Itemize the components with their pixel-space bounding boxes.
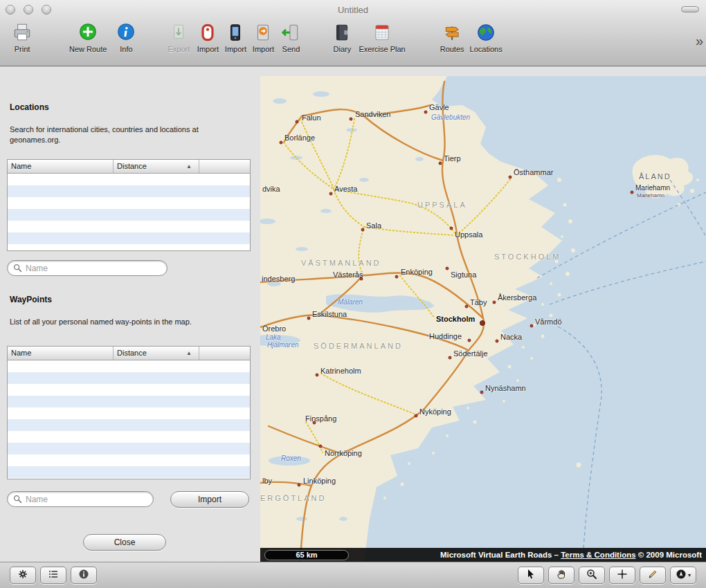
- diary-icon: [331, 21, 353, 44]
- waypoints-table-body[interactable]: [8, 360, 250, 479]
- map-label-finsp-ng: Finspång: [305, 414, 336, 423]
- search-icon: [13, 495, 22, 504]
- toolbar-item-label: Send: [282, 45, 300, 53]
- import-button[interactable]: Import: [170, 491, 249, 508]
- info-icon: [115, 21, 137, 44]
- map-city-dot-kersberga: [493, 301, 496, 304]
- column-header-extra[interactable]: [199, 347, 250, 360]
- map-city-dot-s-dert-lje: [449, 356, 452, 360]
- map-label-tierp: Tierp: [444, 154, 461, 163]
- magnifier-icon: [586, 569, 597, 582]
- locations-search-input[interactable]: [26, 264, 161, 273]
- map-label-sala: Sala: [366, 221, 381, 230]
- map-label-link-ping: Linköping: [303, 477, 336, 485]
- center-tool-button[interactable]: [609, 567, 635, 584]
- map-label-huddinge: Huddinge: [429, 332, 462, 340]
- import-phone-icon: [224, 21, 246, 44]
- map-city-dot-uppsala: [450, 227, 453, 230]
- map-scale-indicator: 65 km: [264, 550, 349, 560]
- toolbar-item-label: New Route: [69, 45, 107, 53]
- map-label-land: ÅLAND: [639, 172, 671, 181]
- compass-tool-button[interactable]: ▾: [670, 567, 696, 584]
- close-button[interactable]: Close: [83, 534, 166, 551]
- sidebar: Locations Search for international citie…: [0, 66, 260, 562]
- minimize-window-button[interactable]: [24, 5, 33, 15]
- waypoints-search-field[interactable]: [7, 491, 154, 507]
- toolbar-item-exercise-plan-9[interactable]: Exercise Plan: [359, 21, 405, 53]
- map-city-dot-mariehamn: [631, 191, 634, 194]
- toolbar-item-routes-10[interactable]: Routes: [440, 21, 464, 53]
- send-icon: [280, 21, 302, 44]
- map-label-avesta: Avesta: [334, 185, 357, 193]
- column-header-name[interactable]: Name: [8, 160, 114, 173]
- action-gear-button[interactable]: [10, 567, 36, 584]
- list-view-button[interactable]: [40, 567, 66, 584]
- search-icon: [13, 264, 22, 273]
- locations-icon: [475, 21, 497, 44]
- locations-section-title: Locations: [10, 102, 49, 112]
- toolbar-toggle-button[interactable]: [681, 6, 699, 12]
- list-icon: [48, 569, 59, 582]
- map-city-dot-tierp: [439, 162, 442, 165]
- column-header-distance[interactable]: Distance▲: [114, 160, 199, 173]
- map-label-nyk-ping: Nyköping: [419, 407, 451, 416]
- map-city-dot-nacka: [496, 340, 499, 343]
- routes-icon: [441, 21, 463, 44]
- close-window-button[interactable]: [6, 5, 15, 15]
- dropdown-arrow-icon: ▾: [688, 572, 691, 578]
- toolbar-item-locations-11[interactable]: Locations: [470, 21, 503, 53]
- map-area: FalunSandvikenGävleGävlebuktenBorlängeTi…: [260, 66, 706, 562]
- toolbar-item-new-route-1[interactable]: New Route: [69, 21, 107, 53]
- toolbar-item-export-3[interactable]: Export: [168, 21, 190, 53]
- select-tool-button[interactable]: [518, 567, 544, 584]
- map-label-stockholm: STOCKHOLM: [494, 252, 561, 261]
- column-header-distance[interactable]: Distance▲: [114, 347, 199, 360]
- toolbar-item-import-5[interactable]: Import: [224, 21, 246, 53]
- map-city-dot-nyk-ping: [415, 414, 418, 418]
- terms-and-conditions-link[interactable]: Terms & Conditions: [561, 551, 635, 559]
- map-city-dot-nyn-shamn: [480, 391, 484, 394]
- main-toolbar: PrintNew RouteInfoExportImportImportImpo…: [0, 19, 706, 66]
- map-label-mariehamn: Mariehamn: [635, 184, 670, 192]
- pan-tool-button[interactable]: [548, 567, 574, 584]
- exercise-plan-icon: [371, 21, 393, 44]
- toolbar-item-label: Routes: [440, 45, 464, 53]
- toolbar-item-import-4[interactable]: Import: [197, 21, 219, 53]
- map-label-v-ster-s: Västerås: [333, 270, 363, 279]
- waypoints-table-header[interactable]: Name Distance▲: [8, 347, 250, 360]
- toolbar-item-import-6[interactable]: Import: [252, 21, 274, 53]
- waypoints-section-title: WayPoints: [10, 295, 52, 304]
- column-header-name[interactable]: Name: [8, 347, 114, 360]
- toolbar-item-info-2[interactable]: Info: [115, 21, 137, 53]
- new-route-icon: [77, 21, 99, 44]
- zoom-tool-button[interactable]: [579, 567, 605, 584]
- map-city-dot-t-by: [465, 305, 469, 309]
- map-city-dot-sigtuna: [446, 267, 449, 270]
- locations-table-header[interactable]: Name Distance▲: [8, 160, 250, 174]
- map-label-v-stmanland: VÄSTMANLAND: [301, 259, 381, 267]
- info-panel-button[interactable]: [71, 567, 97, 584]
- content-area: Locations Search for international citie…: [0, 66, 706, 562]
- locations-table-body[interactable]: [8, 174, 250, 250]
- map-label-lby: lby: [262, 477, 272, 485]
- locations-search-field[interactable]: [7, 260, 168, 276]
- toolbar-item-diary-8[interactable]: Diary: [331, 21, 353, 53]
- waypoints-search-input[interactable]: [26, 495, 147, 504]
- map-label-t-by: Täby: [470, 298, 487, 306]
- map-label-katrineholm: Katrineholm: [320, 367, 361, 375]
- map-canvas[interactable]: FalunSandvikenGävleGävlebuktenBorlängeTi…: [260, 76, 706, 562]
- map-label-stockholm: Stockholm: [436, 315, 475, 323]
- zoom-window-button[interactable]: [42, 5, 51, 15]
- draw-tool-button[interactable]: [640, 567, 666, 584]
- import-file-icon: [252, 21, 274, 44]
- title-bar[interactable]: Untitled: [0, 0, 706, 19]
- column-header-extra[interactable]: [199, 160, 250, 173]
- window-chrome: Untitled PrintNew RouteInfoExportImportI…: [0, 0, 706, 66]
- waypoints-description: List of all your personal named way-poin…: [10, 317, 249, 327]
- toolbar-item-send-7[interactable]: Send: [280, 21, 302, 53]
- toolbar-item-print-0[interactable]: Print: [11, 21, 33, 53]
- map-label-uppsala: UPPSALA: [417, 201, 467, 209]
- toolbar-overflow-chevron[interactable]: »: [696, 33, 703, 49]
- map-labels-layer: FalunSandvikenGävleGävlebuktenBorlängeTi…: [260, 76, 706, 562]
- map-label-v-rmd: Vårmdö: [535, 318, 562, 326]
